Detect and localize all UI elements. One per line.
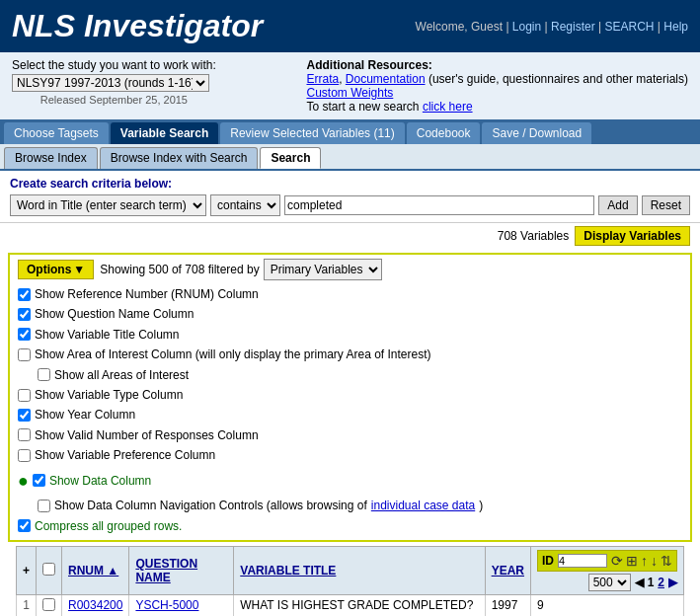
add-button[interactable]: Add: [598, 195, 637, 215]
th-check: [37, 546, 62, 594]
register-link[interactable]: Register: [551, 20, 595, 34]
current-page: 1: [648, 576, 655, 589]
options-button[interactable]: Options ▼: [18, 260, 94, 279]
app-title: NLS Investigator: [12, 8, 263, 44]
cb-valid[interactable]: [18, 428, 31, 441]
page-prev-icon[interactable]: ◀: [635, 576, 644, 589]
cb-title[interactable]: [18, 328, 31, 341]
th-expand: +: [17, 546, 37, 594]
results-count: 708 Variables: [498, 229, 570, 243]
cb-vartype[interactable]: [18, 389, 31, 402]
tab-browse-index-search[interactable]: Browse Index with Search: [100, 147, 259, 169]
id-filter-wrap: ID ⟳ ⊞ ↑ ↓ ⇅: [537, 550, 677, 572]
search-operator-select[interactable]: contains: [210, 194, 280, 216]
th-rnum: RNUM ▲: [62, 546, 129, 594]
study-right: Additional Resources: Errata, Documentat…: [306, 58, 688, 114]
login-link[interactable]: Login: [512, 20, 541, 34]
help-link[interactable]: Help: [663, 20, 688, 34]
study-select[interactable]: NLSY97 1997-2013 (rounds 1-16): [12, 74, 209, 92]
study-bar: Select the study you want to work with: …: [0, 52, 700, 119]
cb-compress-label[interactable]: Compress all grouped rows.: [18, 516, 682, 536]
welcome-text: Welcome, Guest: [416, 20, 503, 34]
cb-data-label[interactable]: ● Show Data Column: [18, 466, 682, 497]
row-check: [37, 594, 62, 616]
cb-aoi-label[interactable]: Show Area of Interest Column (will only …: [18, 345, 682, 364]
row-num: 1: [17, 594, 37, 616]
cb-pref[interactable]: [18, 449, 31, 462]
cb-rnum[interactable]: [18, 288, 31, 301]
year-sort-link[interactable]: YEAR: [492, 564, 524, 578]
table-row: 1 R0034200 YSCH-5000 WHAT IS HIGHEST GRA…: [17, 594, 684, 616]
row-checkbox[interactable]: [42, 598, 55, 611]
cb-qname[interactable]: [18, 308, 31, 321]
display-variables-button[interactable]: Display Variables: [575, 226, 690, 246]
cb-pref-label[interactable]: Show Variable Preference Column: [18, 445, 682, 465]
cb-aoi-all-label[interactable]: Show all Areas of Interest: [38, 365, 682, 385]
cb-qname-label[interactable]: Show Question Name Column: [18, 304, 682, 324]
custom-weights-link[interactable]: Custom Weights: [306, 86, 393, 100]
select-all-checkbox[interactable]: [42, 563, 55, 576]
cb-compress[interactable]: [18, 519, 31, 532]
tab-search[interactable]: Search: [260, 147, 321, 169]
reset-button[interactable]: Reset: [642, 195, 690, 215]
cb-vartype-label[interactable]: Show Variable Type Column: [18, 385, 682, 405]
cb-nav[interactable]: [38, 500, 50, 512]
search-section: Create search criteria below: Word in Ti…: [0, 171, 700, 223]
tab-browse-index[interactable]: Browse Index: [4, 147, 98, 169]
study-released: Released September 25, 2015: [12, 94, 216, 106]
individual-case-data-link[interactable]: individual case data: [371, 496, 475, 515]
results-table: + RNUM ▲ QUESTION NAME VARIABLE TITLE YE…: [16, 546, 684, 616]
cb-aoi[interactable]: [18, 348, 31, 361]
row-id: 9: [530, 594, 683, 616]
header-right: Welcome, Guest | Login | Register | SEAR…: [416, 20, 688, 34]
title-sort-link[interactable]: VARIABLE TITLE: [240, 564, 336, 578]
additional-resources-label: Additional Resources:: [306, 58, 431, 72]
th-icon-group: ⟳ ⊞ ↑ ↓ ⇅: [611, 553, 672, 569]
search-type-select[interactable]: Word in Title (enter search term): [10, 194, 206, 216]
options-list: Show Reference Number (RNUM) Column Show…: [18, 284, 682, 536]
down-icon[interactable]: ↓: [651, 553, 658, 569]
cb-nav-label[interactable]: Show Data Column Navigation Controls (al…: [38, 496, 682, 515]
cb-data[interactable]: [33, 474, 45, 487]
click-here-link[interactable]: click here: [423, 100, 473, 114]
study-left: Select the study you want to work with: …: [12, 58, 216, 106]
th-year: YEAR: [485, 546, 530, 594]
id-filter-input[interactable]: [558, 554, 607, 568]
up-icon[interactable]: ↑: [641, 553, 648, 569]
study-label: Select the study you want to work with:: [12, 58, 216, 72]
th-title: VARIABLE TITLE: [234, 546, 485, 594]
page-2-link[interactable]: 2: [658, 576, 664, 589]
rnum-link[interactable]: R0034200: [68, 598, 122, 612]
row-qname: YSCH-5000: [129, 594, 234, 616]
cb-year[interactable]: [18, 409, 31, 422]
tab-review-selected[interactable]: Review Selected Variables (11): [220, 122, 405, 144]
page-next-icon[interactable]: ▶: [668, 576, 677, 589]
search-value-input[interactable]: [284, 195, 594, 215]
page-size-select[interactable]: 100 250 500: [588, 574, 631, 591]
columns-icon[interactable]: ⊞: [626, 553, 638, 569]
tab-codebook[interactable]: Codebook: [407, 122, 481, 144]
filter-select[interactable]: Primary Variables All Variables Tagged V…: [264, 259, 382, 280]
options-filter: Showing 500 of 708 filtered by Primary V…: [100, 259, 381, 280]
cb-title-label[interactable]: Show Variable Title Column: [18, 325, 682, 345]
search-link[interactable]: SEARCH: [605, 20, 655, 34]
tab-choose-tagsets[interactable]: Choose Tagsets: [4, 122, 109, 144]
refresh-icon[interactable]: ⟳: [611, 553, 623, 569]
tab-variable-search[interactable]: Variable Search: [111, 122, 218, 144]
cb-valid-label[interactable]: Show Valid Number of Responses Column: [18, 425, 682, 445]
cb-aoi-all[interactable]: [38, 368, 50, 381]
tab-save-download[interactable]: Save / Download: [482, 122, 591, 144]
table-area: + RNUM ▲ QUESTION NAME VARIABLE TITLE YE…: [8, 546, 692, 616]
cb-year-label[interactable]: Show Year Column: [18, 405, 682, 424]
app-header: NLS Investigator Welcome, Guest | Login …: [0, 0, 700, 52]
data-dot-icon: ●: [18, 466, 29, 497]
sort-icon[interactable]: ⇅: [661, 553, 672, 569]
documentation-link[interactable]: Documentation: [346, 72, 426, 86]
th-qname: QUESTION NAME: [129, 546, 234, 594]
qname-sort-link[interactable]: QUESTION NAME: [135, 557, 197, 584]
options-panel: Options ▼ Showing 500 of 708 filtered by…: [8, 253, 692, 542]
cb-rnum-label[interactable]: Show Reference Number (RNUM) Column: [18, 284, 682, 304]
qname-link[interactable]: YSCH-5000: [135, 598, 198, 612]
rnum-sort-link[interactable]: RNUM ▲: [68, 564, 118, 578]
errata-link[interactable]: Errata: [306, 72, 339, 86]
